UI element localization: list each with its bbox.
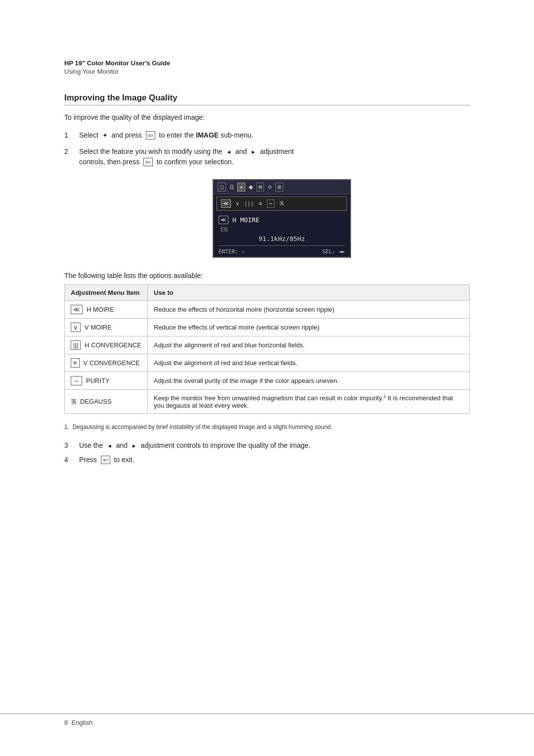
menu-top-icon-box: ⊠ xyxy=(257,183,264,191)
table-row: ≡ V CONVERGENCE Adjust the alignment of … xyxy=(65,354,470,372)
table-row: ↔ PURITY Adjust the overall purity of th… xyxy=(65,372,470,390)
menu-selected-icon: ≪ xyxy=(219,216,228,224)
h-moire-label: H MOIRE xyxy=(87,306,114,313)
purity-label: PURITY xyxy=(86,377,110,384)
v-moire-label: V MOIRE xyxy=(85,324,112,331)
menu-sub-icon-vm: ∨ xyxy=(236,200,239,207)
header-title: HP 19" Color Monitor User's Guide xyxy=(64,59,470,67)
degauss-icon: ℜ xyxy=(71,398,76,406)
step-2-num: 2 xyxy=(64,146,79,157)
step-1-num: 1 xyxy=(64,130,79,141)
menu-sel-label: SEL: ◄► xyxy=(322,248,345,255)
h-conv-icon: ||| xyxy=(71,340,81,350)
table-row: ≪ H MOIRE Reduce the effects of horizont… xyxy=(65,301,470,319)
menu-top-icon-star: ✦ xyxy=(237,183,245,191)
degauss-label: DEGAUSS xyxy=(80,398,112,405)
step-1: 1 Select ✦ and press ⇦ to enter the IMAG… xyxy=(64,130,470,141)
table-cell-item: ↔ PURITY xyxy=(65,372,148,390)
table-cell-item: ≡ V CONVERGENCE xyxy=(65,354,148,372)
menu-sub-icon-pur: ↔ xyxy=(267,199,274,208)
v-conv-icon: ≡ xyxy=(71,358,80,368)
step-1-content: Select ✦ and press ⇦ to enter the IMAGE … xyxy=(79,130,470,141)
table-cell-desc: Adjust the alignment of red and blue hor… xyxy=(148,336,470,354)
header-subtitle: Using Your Monitor xyxy=(64,68,470,75)
h-moire-icon: ≪ xyxy=(71,305,83,314)
table-cell-desc: Reduce the effects of horizontal moire (… xyxy=(148,301,470,319)
menu-top-bar: □ Ω ✦ ● ⊠ ⊙ ⊞ xyxy=(214,180,350,194)
menu-selected-label: H MOIRE xyxy=(232,216,260,224)
step-2: 2 Select the feature you wish to modify … xyxy=(64,146,470,167)
menu-top-icon-grid: ⊞ xyxy=(275,183,283,191)
monitor-menu: □ Ω ✦ ● ⊠ ⊙ ⊞ ≪ ∨ ||| ≡ ↔ ℜ ≪ H M xyxy=(213,179,351,258)
step-3: 3 Use the ◄ and ► adjustment controls to… xyxy=(64,440,470,451)
menu-selected-item: ≪ H MOIRE xyxy=(219,216,345,224)
menu-frequency: 91.1kHz/85Hz xyxy=(219,235,345,242)
table-cell-desc: Keep the monitor free from unwanted magn… xyxy=(148,390,470,414)
menu-sub-icon-deg: ℜ xyxy=(279,200,284,207)
table-row: ℜ DEGAUSS Keep the monitor free from unw… xyxy=(65,390,470,414)
table-cell-desc: Adjust the alignment of red and blue ver… xyxy=(148,354,470,372)
menu-sub-icon-hm: ≪ xyxy=(221,199,231,208)
options-table: Adjustment Menu Item Use to ≪ H MOIRE Re… xyxy=(64,284,470,414)
intro-text: To improve the quality of the displayed … xyxy=(64,113,470,121)
menu-top-icon-monitor: □ xyxy=(218,183,226,191)
table-row: ∨ V MOIRE Reduce the effects of vertical… xyxy=(65,319,470,336)
menu-en-label: EN xyxy=(221,226,345,233)
menu-sub-icon-vc: ≡ xyxy=(259,200,263,207)
step-2-content: Select the feature you wish to modify us… xyxy=(79,146,470,167)
table-cell-item: ≪ H MOIRE xyxy=(65,301,148,319)
section-heading: Improving the Image Quality xyxy=(64,93,470,105)
table-col2: Use to xyxy=(148,285,470,301)
v-conv-label: V CONVERGENCE xyxy=(84,359,140,367)
table-cell-desc: Adjust the overall purity of the image i… xyxy=(148,372,470,390)
bottom-steps: 3 Use the ◄ and ► adjustment controls to… xyxy=(64,440,470,465)
step-4-content: Press ⇦ to exit. xyxy=(79,455,134,465)
footnote-num: 1. xyxy=(64,424,69,430)
h-conv-label: H CONVERGENCE xyxy=(85,341,141,349)
menu-body: ≪ H MOIRE EN 91.1kHz/85Hz ENTER: ⇦ SEL: … xyxy=(214,213,350,257)
menu-sub-bar: ≪ ∨ ||| ≡ ↔ ℜ xyxy=(217,196,347,211)
step-4: 4 Press ⇦ to exit. xyxy=(64,455,470,465)
table-cell-item: ||| H CONVERGENCE xyxy=(65,336,148,354)
step-4-num: 4 xyxy=(64,455,79,465)
footnote-ref: 1 xyxy=(383,394,386,399)
purity-icon: ↔ xyxy=(71,376,82,385)
monitor-menu-image: □ Ω ✦ ● ⊠ ⊙ ⊞ ≪ ∨ ||| ≡ ↔ ℜ ≪ H M xyxy=(94,179,470,258)
footer-page: 8 xyxy=(64,719,68,726)
step-3-num: 3 xyxy=(64,440,79,451)
table-col1: Adjustment Menu Item xyxy=(65,285,148,301)
footnote: 1. Degaussing is accompanied by brief in… xyxy=(64,424,470,430)
menu-top-icon-sun: ⊙ xyxy=(268,184,271,190)
footer-lang: English xyxy=(71,719,92,726)
table-intro: The following table lists the options av… xyxy=(64,272,470,280)
table-cell-item: ∨ V MOIRE xyxy=(65,319,148,336)
table-cell-item: ℜ DEGAUSS xyxy=(65,390,148,414)
table-cell-desc: Reduce the effects of vertical moire (ve… xyxy=(148,319,470,336)
footnote-text: Degaussing is accompanied by brief insta… xyxy=(73,424,333,430)
menu-top-icon-omega: Ω xyxy=(230,184,233,190)
menu-sub-icon-hc: ||| xyxy=(244,200,254,207)
page-footer: 8 English xyxy=(0,713,534,726)
step-3-content: Use the ◄ and ► adjustment controls to i… xyxy=(79,440,311,451)
menu-enter-row: ENTER: ⇦ SEL: ◄► xyxy=(219,245,345,255)
menu-enter-label: ENTER: ⇦ xyxy=(219,248,245,255)
v-moire-icon: ∨ xyxy=(71,323,81,332)
table-row: ||| H CONVERGENCE Adjust the alignment o… xyxy=(65,336,470,354)
menu-top-icon-dot: ● xyxy=(249,184,253,190)
